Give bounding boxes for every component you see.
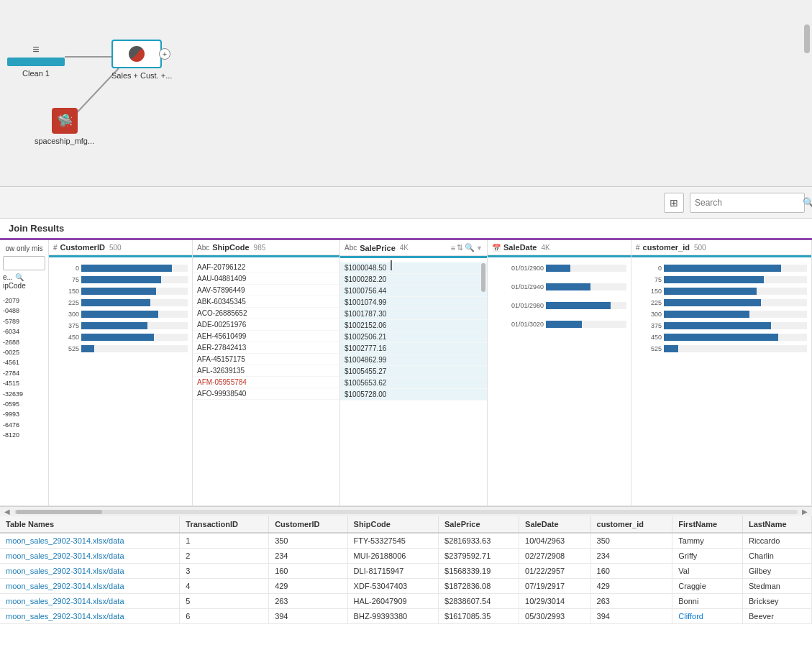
- col-header-customerid: # CustomerID 500: [49, 240, 192, 255]
- col-header-shipcode: Abc ShipCode 985: [193, 240, 339, 255]
- table-cell[interactable]: moon_sales_2902-3014.xlsx/data: [0, 594, 180, 609]
- saleprice-name: SalePrice: [360, 244, 396, 252]
- join-node[interactable]: + Sales + Cust. +...: [111, 40, 172, 80]
- list-item: $1000282.20: [340, 274, 487, 285]
- scroll-left-btn[interactable]: ◀: [3, 508, 12, 516]
- table-body: moon_sales_2902-3014.xlsx/data1350FTY-53…: [0, 533, 812, 624]
- vscroll-thumb: [481, 263, 485, 292]
- saleprice-vscroll[interactable]: [481, 262, 487, 505]
- table-cell: $1568339.19: [439, 564, 519, 579]
- table-cell: 3: [180, 564, 269, 579]
- list-item: AEH-45610499: [193, 331, 339, 342]
- list-item: AAV-57896449: [193, 285, 339, 296]
- list-item: $1001074.99: [340, 297, 487, 308]
- search-input[interactable]: [695, 198, 803, 208]
- col-profile-customerid: # CustomerID 500 0 75 150 225 300 375 45…: [49, 240, 193, 505]
- search-box[interactable]: 🔍: [690, 193, 805, 213]
- search-col-icon[interactable]: 🔍: [465, 243, 475, 252]
- table-cell: BHZ-99393380: [347, 609, 438, 624]
- join-label: Sales + Cust. +...: [111, 71, 172, 80]
- bar-row: 450: [636, 332, 807, 342]
- left-filter-panel: ow only mis e... 🔍 ipCode -2079 -0488 -5…: [0, 240, 49, 505]
- filter-values: e... 🔍 ipCode: [3, 273, 45, 290]
- filter-val-1: ipCode: [3, 282, 45, 290]
- list-item: AFO-99938540: [193, 388, 339, 400]
- horizontal-scrollbar[interactable]: ◀ ▶: [0, 506, 812, 516]
- list-item: ACO-26885652: [193, 308, 339, 319]
- saledate-count: 4K: [541, 244, 549, 252]
- main-content: Join Results ow only mis e... 🔍 ipCode -…: [0, 219, 812, 650]
- col-header-cust-id: # customer_id 500: [631, 240, 811, 255]
- join-results-title: Join Results: [9, 223, 64, 234]
- list-item: AAU-04881409: [193, 273, 339, 285]
- th-tablenames: Table Names: [0, 516, 180, 533]
- th-customerid: CustomerID: [269, 516, 347, 533]
- col-header-saledate: 📅 SaleDate 4K: [488, 240, 631, 255]
- table-cell: Bonni: [672, 594, 743, 609]
- shipcode-list: AAF-20796122 AAU-04881409 AAV-57896449 A…: [193, 260, 339, 505]
- table-cell: 6: [180, 609, 269, 624]
- table-cell: $2379592.71: [439, 549, 519, 564]
- clean1-label: Clean 1: [22, 69, 50, 78]
- table-cell: 4: [180, 579, 269, 594]
- data-table-wrap[interactable]: Table Names TransactionID CustomerID Shi…: [0, 516, 812, 650]
- list-item: ABK-60345345: [193, 296, 339, 308]
- bar-row: 375: [53, 321, 188, 331]
- bar-row: 225: [53, 298, 188, 308]
- bar-row: 150: [53, 286, 188, 296]
- table-cell: HAL-26047909: [347, 594, 438, 609]
- table-cell: $1872836.08: [439, 579, 519, 594]
- dropdown-icon[interactable]: ▼: [476, 244, 483, 252]
- sort-icon[interactable]: ⇅: [457, 243, 463, 252]
- canvas-area: ≡ Clean 1 + Sales + Cust. +... 🛸 spacesh…: [0, 0, 812, 187]
- filter-search-input[interactable]: [3, 256, 45, 270]
- data-table: Table Names TransactionID CustomerID Shi…: [0, 516, 812, 624]
- grid-view-btn[interactable]: ⊞: [664, 193, 684, 213]
- col-header-saleprice: Abc SalePrice 4K ≡ ⇅ 🔍 ▼: [340, 240, 487, 256]
- custid-name: customer_id: [643, 243, 690, 252]
- join-node-box[interactable]: +: [111, 40, 162, 68]
- table-cell: 234: [590, 549, 672, 564]
- table-cell: FTY-53327545: [347, 533, 438, 549]
- table-cell: 1: [180, 533, 269, 549]
- customerid-underline: [49, 255, 192, 257]
- table-cell: Craggie: [672, 579, 743, 594]
- saledate-underline: [488, 255, 631, 257]
- table-cell[interactable]: moon_sales_2902-3014.xlsx/data: [0, 564, 180, 579]
- table-cell: XDF-53047403: [347, 579, 438, 594]
- table-cell: 2: [180, 549, 269, 564]
- col-profile-saledate: 📅 SaleDate 4K 01/01/2900 01/01/2940 01/0…: [488, 240, 631, 505]
- bar-row: 375: [636, 321, 807, 331]
- table-cell[interactable]: moon_sales_2902-3014.xlsx/data: [0, 533, 180, 549]
- spaceship-node[interactable]: 🛸 spaceship_mfg...: [35, 108, 94, 145]
- col-profile-cust-id: # customer_id 500 0 75 150 225 300 375 4…: [631, 240, 812, 505]
- table-cell: 429: [269, 579, 347, 594]
- table-cell: 10/04/2963: [519, 533, 590, 549]
- list-item: $1000048.50: [340, 262, 487, 274]
- table-cell[interactable]: moon_sales_2902-3014.xlsx/data: [0, 549, 180, 564]
- connector-lines: [0, 0, 812, 186]
- bar-row: 225: [636, 298, 807, 308]
- table-row: moon_sales_2902-3014.xlsx/data3160DLI-81…: [0, 564, 812, 579]
- table-row: moon_sales_2902-3014.xlsx/data6394BHZ-99…: [0, 609, 812, 624]
- list-item: $1005455.27: [340, 366, 487, 377]
- bar-row: 525: [636, 344, 807, 354]
- clean1-node[interactable]: ≡ Clean 1: [7, 43, 65, 78]
- table-cell: Tammy: [672, 533, 743, 549]
- saleprice-underline: [340, 256, 487, 258]
- th-transactionid: TransactionID: [180, 516, 269, 533]
- table-cell: DLI-81715947: [347, 564, 438, 579]
- list-item: $1002152.06: [340, 320, 487, 331]
- table-cell: Griffy: [672, 549, 743, 564]
- bar-row: 0: [53, 263, 188, 273]
- list-item: AFL-32639135: [193, 365, 339, 377]
- table-row: moon_sales_2902-3014.xlsx/data1350FTY-53…: [0, 533, 812, 549]
- table-cell: Clifford: [672, 609, 743, 624]
- list-item: $1005653.62: [340, 377, 487, 389]
- clean1-icon: ≡: [32, 43, 39, 56]
- filter-icon[interactable]: ≡: [451, 244, 455, 252]
- table-cell[interactable]: moon_sales_2902-3014.xlsx/data: [0, 609, 180, 624]
- table-cell[interactable]: moon_sales_2902-3014.xlsx/data: [0, 579, 180, 594]
- bar-row: 75: [636, 275, 807, 285]
- join-plus-btn[interactable]: +: [159, 48, 170, 60]
